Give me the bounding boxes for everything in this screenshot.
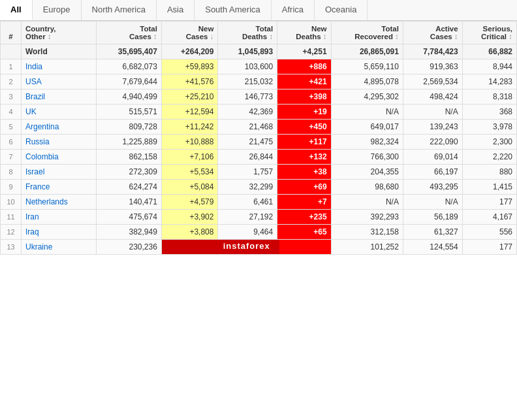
new-deaths: +886: [277, 59, 331, 74]
total-cases: 140,471: [97, 195, 162, 210]
total-deaths: 26,844: [218, 150, 277, 165]
new-cases: +25,210: [161, 89, 218, 105]
new-deaths: +65: [277, 225, 331, 240]
rank: 1: [1, 59, 22, 74]
total-cases: 1,225,889: [97, 135, 162, 150]
tab-south-america[interactable]: South America: [195, 0, 272, 20]
active-cases: 222,090: [403, 135, 462, 150]
country[interactable]: UK: [22, 105, 97, 120]
new-cases: +3,77 instaforex: [161, 240, 218, 255]
total-recovered: 766,300: [331, 150, 403, 165]
new-cases: +59,893: [161, 59, 218, 74]
serious-critical: 880: [462, 165, 516, 180]
col-total-cases[interactable]: TotalCases ↕: [97, 22, 162, 44]
total-recovered: 312,158: [331, 225, 403, 240]
total-recovered: N/A: [331, 195, 403, 210]
new-cases: +12,594: [161, 105, 218, 120]
col-serious-critical[interactable]: Serious,Critical ↕: [462, 22, 516, 44]
rank: 3: [1, 89, 22, 105]
col-active-cases[interactable]: ActiveCases ↕: [403, 22, 462, 44]
active-cases: 69,014: [403, 150, 462, 165]
rank: 10: [1, 195, 22, 210]
new-cases: +5,534: [161, 165, 218, 180]
total-deaths: 42,369: [218, 105, 277, 120]
total-recovered: 204,355: [331, 165, 403, 180]
serious-critical: 1,415: [462, 180, 516, 195]
new-cases: +41,576: [161, 74, 218, 89]
country[interactable]: Brazil: [22, 89, 97, 105]
new-deaths: [277, 240, 331, 255]
country[interactable]: Colombia: [22, 150, 97, 165]
col-rank: #: [1, 22, 22, 44]
total-recovered: 649,017: [331, 120, 403, 135]
country[interactable]: Ukraine: [22, 240, 97, 255]
new-cases: +7,106: [161, 150, 218, 165]
new-cases: +5,084: [161, 180, 218, 195]
col-country[interactable]: Country,Other ↕: [22, 22, 97, 44]
active-cases: N/A: [403, 195, 462, 210]
total-cases: 6,682,073: [97, 59, 162, 74]
country[interactable]: France: [22, 180, 97, 195]
col-total-deaths[interactable]: TotalDeaths ↕: [218, 22, 277, 44]
serious-critical: 368: [462, 105, 516, 120]
country[interactable]: Iraq: [22, 225, 97, 240]
total-deaths: 32,299: [218, 180, 277, 195]
table-row: 6 Russia 1,225,889 +10,888 21,475 +117 9…: [1, 135, 517, 150]
active-cases: 498,424: [403, 89, 462, 105]
active-cases: 2,569,534: [403, 74, 462, 89]
total-recovered: 392,293: [331, 210, 403, 225]
rank: 9: [1, 180, 22, 195]
new-deaths: +132: [277, 150, 331, 165]
total-cases: 230,236: [97, 240, 162, 255]
serious-critical: 3,978: [462, 120, 516, 135]
country[interactable]: Iran: [22, 210, 97, 225]
serious-critical: 8,944: [462, 59, 516, 74]
col-new-cases[interactable]: NewCases ↓: [161, 22, 218, 44]
total-cases: 475,674: [97, 210, 162, 225]
world-active-cases: 7,784,423: [403, 44, 462, 59]
total-deaths: 1,757: [218, 165, 277, 180]
new-deaths: +450: [277, 120, 331, 135]
country[interactable]: India: [22, 59, 97, 74]
country[interactable]: Netherlands: [22, 195, 97, 210]
world-total-deaths: 1,045,893: [218, 44, 277, 59]
tab-oceania[interactable]: Oceania: [315, 0, 368, 20]
table-row: 11 Iran 475,674 +3,902 27,192 +235 392,2…: [1, 210, 517, 225]
country[interactable]: Russia: [22, 135, 97, 150]
table-row: 5 Argentina 809,728 +11,242 21,468 +450 …: [1, 120, 517, 135]
country[interactable]: Argentina: [22, 120, 97, 135]
new-cases: +3,902: [161, 210, 218, 225]
serious-critical: 2,220: [462, 150, 516, 165]
new-deaths: +117: [277, 135, 331, 150]
total-deaths: 27,192: [218, 210, 277, 225]
rank: 4: [1, 105, 22, 120]
new-deaths: +235: [277, 210, 331, 225]
total-deaths: 215,032: [218, 74, 277, 89]
active-cases: 919,363: [403, 59, 462, 74]
new-deaths: +421: [277, 74, 331, 89]
rank: 11: [1, 210, 22, 225]
country[interactable]: Israel: [22, 165, 97, 180]
active-cases: 139,243: [403, 120, 462, 135]
total-cases: 382,949: [97, 225, 162, 240]
total-cases: 272,309: [97, 165, 162, 180]
total-cases: 862,158: [97, 150, 162, 165]
world-total-cases: 35,695,407: [97, 44, 162, 59]
world-country: World: [22, 44, 97, 59]
rank: 7: [1, 150, 22, 165]
tab-asia[interactable]: Asia: [157, 0, 195, 20]
country[interactable]: USA: [22, 74, 97, 89]
new-deaths: +19: [277, 105, 331, 120]
col-new-deaths[interactable]: NewDeaths ↕: [277, 22, 331, 44]
tab-africa[interactable]: Africa: [272, 0, 315, 20]
world-row: World 35,695,407 +264,209 1,045,893 +4,2…: [1, 44, 517, 59]
rank: 6: [1, 135, 22, 150]
serious-critical: 177: [462, 195, 516, 210]
tab-all[interactable]: All: [0, 0, 33, 20]
tab-north-america[interactable]: North America: [82, 0, 157, 20]
world-new-deaths: +4,251: [277, 44, 331, 59]
total-cases: 624,274: [97, 180, 162, 195]
col-total-recovered[interactable]: TotalRecovered ↕: [331, 22, 403, 44]
tab-europe[interactable]: Europe: [33, 0, 82, 20]
serious-critical: 177: [462, 240, 516, 255]
